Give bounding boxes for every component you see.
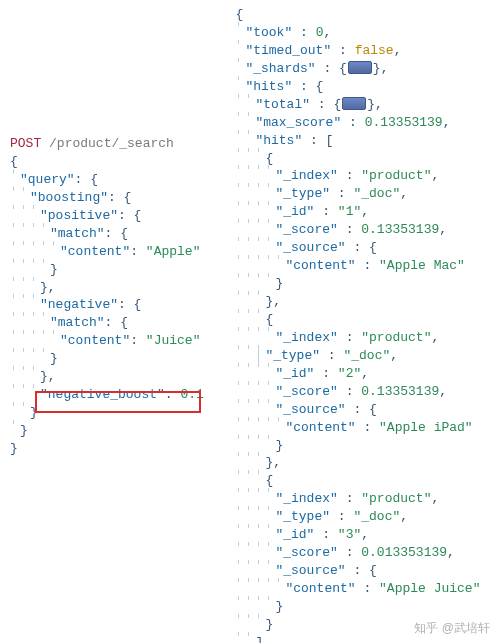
key-content: "content" bbox=[60, 244, 130, 259]
value-index: "product" bbox=[361, 491, 431, 506]
value-type: "_doc" bbox=[353, 186, 400, 201]
collapsed-object-icon[interactable] bbox=[342, 97, 366, 110]
value-score: 0.13353139 bbox=[361, 384, 439, 399]
value-content: "Apple iPad" bbox=[379, 420, 473, 435]
value-index: "product" bbox=[361, 330, 431, 345]
key-timed-out: "timed_out" bbox=[245, 43, 331, 58]
value-content: "Apple Juice" bbox=[379, 581, 480, 596]
key-id: "_id" bbox=[275, 527, 314, 542]
key-took: "took" bbox=[245, 25, 292, 40]
collapsed-object-icon[interactable] bbox=[348, 61, 372, 74]
key-index: "_index" bbox=[275, 491, 337, 506]
value-type: "_doc" bbox=[343, 348, 390, 363]
key-match: "match" bbox=[50, 315, 105, 330]
value-id: "3" bbox=[338, 527, 361, 542]
key-hits: "hits" bbox=[245, 79, 292, 94]
key-index: "_index" bbox=[275, 330, 337, 345]
key-source: "_source" bbox=[275, 563, 345, 578]
key-id: "_id" bbox=[275, 366, 314, 381]
watermark: 知乎@武培轩 bbox=[414, 620, 490, 637]
request-line: POST /product/_search bbox=[10, 135, 235, 153]
key-index: "_index" bbox=[275, 168, 337, 183]
key-hits-array: "hits" bbox=[255, 133, 302, 148]
key-content: "content" bbox=[285, 581, 355, 596]
key-content: "content" bbox=[285, 420, 355, 435]
value-index: "product" bbox=[361, 168, 431, 183]
response-pane: { "took" : 0, "timed_out" : false, "_sha… bbox=[235, 0, 500, 643]
negative-boost-line: "negative_boost": 0.1 bbox=[10, 386, 235, 404]
key-boosting: "boosting" bbox=[30, 190, 108, 205]
value-id: "2" bbox=[338, 366, 361, 381]
value-apple: "Apple" bbox=[146, 244, 201, 259]
value-score: 0.13353139 bbox=[361, 222, 439, 237]
value-type: "_doc" bbox=[353, 509, 400, 524]
key-id: "_id" bbox=[275, 204, 314, 219]
value-timed-out: false bbox=[355, 43, 394, 58]
key-query: "query" bbox=[20, 172, 75, 187]
key-score: "_score" bbox=[275, 384, 337, 399]
value-score: 0.013353139 bbox=[361, 545, 447, 560]
key-type: "_type" bbox=[265, 348, 320, 363]
request-pane: POST /product/_search { "query": { "boos… bbox=[0, 0, 235, 643]
key-negative-boost: "negative_boost" bbox=[40, 387, 165, 402]
key-type: "_type" bbox=[275, 509, 330, 524]
key-max-score: "max_score" bbox=[255, 115, 341, 130]
key-content: "content" bbox=[285, 258, 355, 273]
key-match: "match" bbox=[50, 226, 105, 241]
value-negative-boost: 0.1 bbox=[180, 387, 203, 402]
http-path: /product/_search bbox=[49, 136, 174, 151]
key-total: "total" bbox=[255, 97, 310, 112]
value-max-score: 0.13353139 bbox=[365, 115, 443, 130]
key-score: "_score" bbox=[275, 545, 337, 560]
key-positive: "positive" bbox=[40, 208, 118, 223]
key-source: "_source" bbox=[275, 240, 345, 255]
key-content: "content" bbox=[60, 333, 130, 348]
code-compare-view: POST /product/_search { "query": { "boos… bbox=[0, 0, 500, 643]
value-juice: "Juice" bbox=[146, 333, 201, 348]
value-id: "1" bbox=[338, 204, 361, 219]
watermark-author: @武培轩 bbox=[442, 621, 490, 635]
key-shards: "_shards" bbox=[245, 61, 315, 76]
zhihu-logo-icon: 知乎 bbox=[414, 620, 438, 637]
value-content: "Apple Mac" bbox=[379, 258, 465, 273]
http-method: POST bbox=[10, 136, 41, 151]
request-brace-open: { bbox=[10, 153, 235, 171]
key-negative: "negative" bbox=[40, 297, 118, 312]
key-score: "_score" bbox=[275, 222, 337, 237]
key-type: "_type" bbox=[275, 186, 330, 201]
key-source: "_source" bbox=[275, 402, 345, 417]
